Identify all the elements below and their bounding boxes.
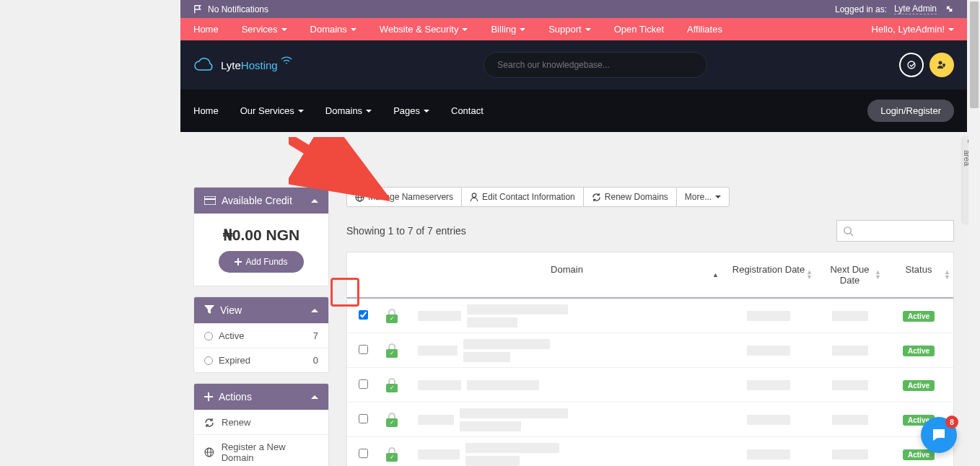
th-registration-date[interactable]: Registration Date▲▼ [722, 252, 815, 297]
showing-entries-text: Showing 1 to 7 of 7 entries [346, 225, 466, 237]
row-checkbox[interactable] [359, 310, 368, 320]
lock-icon: ✓ [385, 378, 398, 392]
panel-head-actions[interactable]: Actions [194, 384, 328, 410]
panel-view: View Active 7 Expired 0 [193, 296, 329, 373]
redacted [460, 421, 521, 431]
scrollbar-thumb[interactable] [970, 1, 979, 108]
nav-website-security[interactable]: Website & Security [380, 24, 468, 35]
logo[interactable]: LyteHosting [193, 57, 292, 73]
more-actions-button[interactable]: More... [676, 187, 730, 207]
radio-icon [204, 356, 213, 365]
greeting-dropdown[interactable]: Hello, LyteAdmin! [872, 24, 954, 35]
lock-icon: ✓ [385, 309, 398, 323]
redacted [832, 415, 868, 425]
table-row[interactable]: ✓ Active [347, 437, 953, 466]
redacted [465, 456, 520, 466]
nav-open-ticket[interactable]: Open Ticket [614, 24, 664, 35]
main-content: Manage Nameservers Edit Contact Informat… [346, 187, 954, 466]
nav-billing[interactable]: Billing [491, 24, 525, 35]
chat-badge: 8 [945, 416, 958, 428]
panel-head-credit[interactable]: Available Credit [194, 188, 328, 214]
plus-icon [235, 258, 242, 265]
redacted [418, 449, 460, 460]
redacted [463, 352, 510, 362]
account-icon[interactable] [929, 53, 954, 77]
credit-amount: ₦0.00 NGN [201, 227, 321, 244]
redacted [418, 415, 454, 425]
domains-table: Domain▲ Registration Date▲▼ Next Due Dat… [346, 252, 954, 466]
table-row[interactable]: ✓ Active [347, 368, 953, 403]
primary-nav: Home Services Domains Website & Security… [180, 18, 967, 40]
edit-contact-button[interactable]: Edit Contact Information [461, 187, 584, 207]
redacted [418, 380, 461, 390]
redacted [418, 311, 461, 321]
panel-actions: Actions Renew Register a New Domain Tran… [193, 383, 329, 466]
status-badge: Active [903, 346, 935, 356]
nav-affiliates[interactable]: Affiliates [687, 24, 722, 35]
expand-icon[interactable] [944, 4, 954, 14]
svg-rect-11 [935, 432, 942, 434]
globe-icon [355, 193, 364, 202]
status-badge: Active [903, 311, 935, 322]
action-register-domain[interactable]: Register a New Domain [194, 434, 328, 466]
chat-fab[interactable]: 8 [921, 417, 957, 453]
redacted [418, 346, 458, 356]
cloud-icon [193, 57, 215, 73]
search-icon [843, 226, 854, 237]
redacted [467, 380, 539, 390]
table-row[interactable]: ✓ Active [347, 299, 953, 333]
wifi-icon [281, 56, 292, 64]
add-funds-button[interactable]: Add Funds [219, 251, 303, 273]
redacted [832, 380, 868, 390]
username-link[interactable]: Lyte Admin [894, 4, 937, 14]
nav-services[interactable]: Services [242, 24, 287, 35]
plus-icon [204, 392, 213, 401]
table-row[interactable]: ✓ Active [347, 333, 953, 368]
chevron-up-icon [311, 395, 318, 399]
nav2-contact[interactable]: Contact [451, 105, 484, 116]
action-renew[interactable]: Renew [194, 410, 328, 434]
th-status[interactable]: Status▲▼ [884, 252, 953, 297]
chevron-up-icon [311, 199, 318, 203]
radio-icon [204, 332, 213, 340]
scrollbar[interactable] [968, 0, 980, 466]
nav2-home[interactable]: Home [193, 105, 219, 116]
svg-point-10 [844, 227, 851, 233]
search-input[interactable] [497, 60, 694, 70]
table-row[interactable]: ✓ Active [347, 403, 953, 437]
view-filter-active[interactable]: Active 7 [194, 323, 328, 348]
login-register-button[interactable]: Login/Register [867, 100, 954, 122]
row-checkbox[interactable] [359, 379, 368, 389]
row-checkbox[interactable] [359, 449, 368, 458]
manage-nameservers-button[interactable]: Manage Nameservers [346, 187, 462, 207]
secondary-nav: Home Our Services Domains Pages Contact … [180, 89, 967, 132]
svg-point-9 [472, 193, 476, 197]
nav2-our-services[interactable]: Our Services [240, 105, 304, 116]
redacted [747, 415, 790, 425]
th-domain[interactable]: Domain▲ [412, 252, 722, 297]
row-checkbox[interactable] [359, 345, 368, 354]
redacted [467, 304, 568, 315]
status-badge: Active [903, 380, 935, 391]
nav-support[interactable]: Support [548, 24, 591, 35]
nav2-pages[interactable]: Pages [393, 105, 429, 116]
row-checkbox[interactable] [359, 414, 368, 423]
redacted [747, 449, 790, 460]
notification-bar: No Notifications Logged in as: Lyte Admi… [180, 0, 967, 18]
redacted [832, 311, 868, 321]
view-filter-expired[interactable]: Expired 0 [194, 348, 328, 372]
nav-domains[interactable]: Domains [310, 24, 356, 35]
table-search[interactable] [836, 220, 954, 242]
table-header: Domain▲ Registration Date▲▼ Next Due Dat… [347, 252, 953, 299]
logged-in-label: Logged in as: [835, 4, 887, 14]
redacted [832, 449, 868, 460]
th-next-due-date[interactable]: Next Due Date▲▼ [815, 252, 884, 297]
globe-icon [204, 447, 214, 457]
knowledgebase-search[interactable] [484, 52, 707, 78]
redacted [460, 408, 568, 418]
cart-icon[interactable] [899, 53, 924, 77]
nav2-domains[interactable]: Domains [325, 105, 372, 116]
nav-home[interactable]: Home [193, 24, 219, 35]
panel-head-view[interactable]: View [194, 297, 328, 323]
renew-domains-button[interactable]: Renew Domains [583, 187, 677, 207]
